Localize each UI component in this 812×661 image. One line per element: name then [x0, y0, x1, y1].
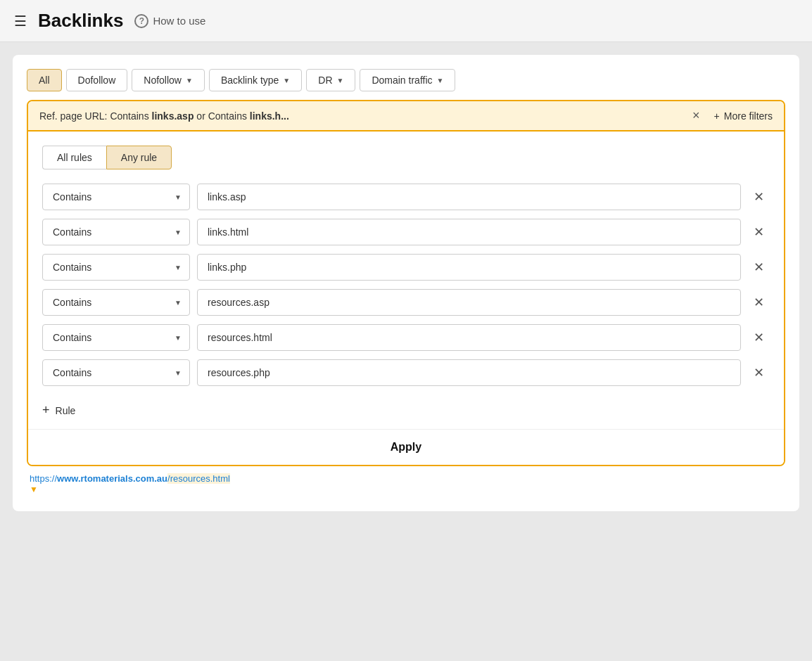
rule-condition-wrapper-2: Contains Does not contain Starts with En… — [42, 219, 190, 245]
tab-all-label: All — [39, 75, 50, 86]
how-to-use-label: How to use — [153, 15, 205, 27]
header: ☰ Backlinks ? How to use — [0, 0, 812, 42]
filter-bar-actions: × + More filters — [690, 108, 773, 123]
rule-remove-button-1[interactable]: ✕ — [748, 186, 770, 207]
rule-condition-wrapper-1: Contains Does not contain Starts with En… — [42, 184, 190, 210]
rule-row-2: Contains Does not contain Starts with En… — [42, 219, 770, 245]
rule-condition-wrapper-3: Contains Does not contain Starts with En… — [42, 254, 190, 281]
rule-condition-wrapper-6: Contains Does not contain Starts with En… — [42, 359, 190, 386]
nofollow-arrow-icon: ▼ — [186, 77, 193, 84]
tab-backlink-type[interactable]: Backlink type ▼ — [209, 69, 302, 91]
tab-backlink-type-label: Backlink type — [221, 75, 279, 86]
rule-row-5: Contains Does not contain Starts with En… — [42, 324, 770, 351]
rule-remove-button-2[interactable]: ✕ — [748, 222, 770, 243]
rule-value-input-4[interactable] — [197, 289, 741, 316]
add-rule-button[interactable]: + Rule — [42, 403, 75, 418]
domain-traffic-arrow-icon: ▼ — [437, 77, 444, 84]
apply-row: Apply — [28, 429, 784, 465]
add-rule-label: Rule — [56, 405, 76, 416]
dr-arrow-icon: ▼ — [337, 77, 344, 84]
rule-condition-select-1[interactable]: Contains Does not contain Starts with En… — [42, 184, 190, 210]
rule-row-1: Contains Does not contain Starts with En… — [42, 184, 770, 210]
all-rules-button[interactable]: All rules — [42, 146, 106, 169]
main-content: All Dofollow Nofollow ▼ Backlink type ▼ … — [13, 55, 799, 511]
rule-value-input-5[interactable] — [197, 324, 741, 351]
rule-value-input-1[interactable] — [197, 184, 741, 210]
rule-condition-select-6[interactable]: Contains Does not contain Starts with En… — [42, 359, 190, 386]
rule-value-input-2[interactable] — [197, 219, 741, 245]
rule-remove-button-4[interactable]: ✕ — [748, 292, 770, 313]
filter-panel: Ref. page URL: Contains links.asp or Con… — [27, 100, 785, 466]
expand-arrow-icon[interactable]: ▼ — [30, 484, 38, 494]
filter-label: Ref. page URL: Contains links.asp or Con… — [39, 110, 289, 122]
active-filter-bar: Ref. page URL: Contains links.asp or Con… — [28, 101, 784, 131]
filter-middle: or Contains — [194, 110, 249, 122]
tab-all[interactable]: All — [27, 69, 62, 91]
add-rule-plus-icon: + — [42, 403, 50, 418]
tab-nofollow-label: Nofollow — [144, 75, 182, 86]
tab-dofollow[interactable]: Dofollow — [66, 69, 128, 91]
page-title: Backlinks — [38, 10, 123, 32]
url-path[interactable]: /resources.html — [167, 473, 230, 484]
add-rule-row: + Rule — [42, 394, 770, 418]
rule-condition-select-5[interactable]: Contains Does not contain Starts with En… — [42, 324, 190, 351]
url-prefix[interactable]: https:// — [30, 473, 57, 484]
tab-dofollow-label: Dofollow — [78, 75, 116, 86]
rule-condition-select-2[interactable]: Contains Does not contain Starts with En… — [42, 219, 190, 245]
rule-row-4: Contains Does not contain Starts with En… — [42, 289, 770, 316]
all-rules-label: All rules — [57, 152, 92, 163]
filter-value2: links.h... — [250, 110, 289, 122]
filter-value1: links.asp — [152, 110, 194, 122]
filter-tabs-row: All Dofollow Nofollow ▼ Backlink type ▼ … — [27, 69, 785, 91]
rule-remove-button-5[interactable]: ✕ — [748, 327, 770, 348]
filter-prefix: Ref. page URL: Contains — [39, 110, 152, 122]
tab-domain-traffic-label: Domain traffic — [372, 75, 432, 86]
url-row: https://www.rtomaterials.com.au/resource… — [27, 466, 785, 497]
rule-value-input-3[interactable] — [197, 254, 741, 281]
tab-domain-traffic[interactable]: Domain traffic ▼ — [360, 69, 455, 91]
rule-condition-select-4[interactable]: Contains Does not contain Starts with En… — [42, 289, 190, 316]
tab-dr[interactable]: DR ▼ — [306, 69, 355, 91]
more-filters-button[interactable]: + More filters — [714, 110, 773, 122]
any-rule-label: Any rule — [121, 152, 157, 163]
filter-body: All rules Any rule Contains Does not con… — [28, 131, 784, 418]
rule-value-input-6[interactable] — [197, 359, 741, 386]
rule-mode-toggle: All rules Any rule — [42, 146, 770, 169]
url-domain[interactable]: www.rtomaterials.com.au — [57, 473, 167, 484]
tab-nofollow[interactable]: Nofollow ▼ — [132, 69, 205, 91]
tab-dr-label: DR — [318, 75, 332, 86]
rule-condition-wrapper-5: Contains Does not contain Starts with En… — [42, 324, 190, 351]
hamburger-icon[interactable]: ☰ — [14, 13, 27, 30]
how-to-use-button[interactable]: ? How to use — [134, 14, 205, 28]
rule-remove-button-3[interactable]: ✕ — [748, 257, 770, 278]
rule-condition-select-3[interactable]: Contains Does not contain Starts with En… — [42, 254, 190, 281]
rule-row-3: Contains Does not contain Starts with En… — [42, 254, 770, 281]
more-filters-label: More filters — [724, 110, 773, 122]
rule-remove-button-6[interactable]: ✕ — [748, 362, 770, 383]
help-icon: ? — [134, 14, 148, 28]
rule-condition-wrapper-4: Contains Does not contain Starts with En… — [42, 289, 190, 316]
any-rule-button[interactable]: Any rule — [106, 146, 172, 169]
backlink-type-arrow-icon: ▼ — [283, 77, 290, 84]
apply-button[interactable]: Apply — [391, 441, 421, 454]
more-filters-plus-icon: + — [714, 110, 720, 122]
rule-row-6: Contains Does not contain Starts with En… — [42, 359, 770, 386]
clear-filter-button[interactable]: × — [690, 108, 703, 123]
